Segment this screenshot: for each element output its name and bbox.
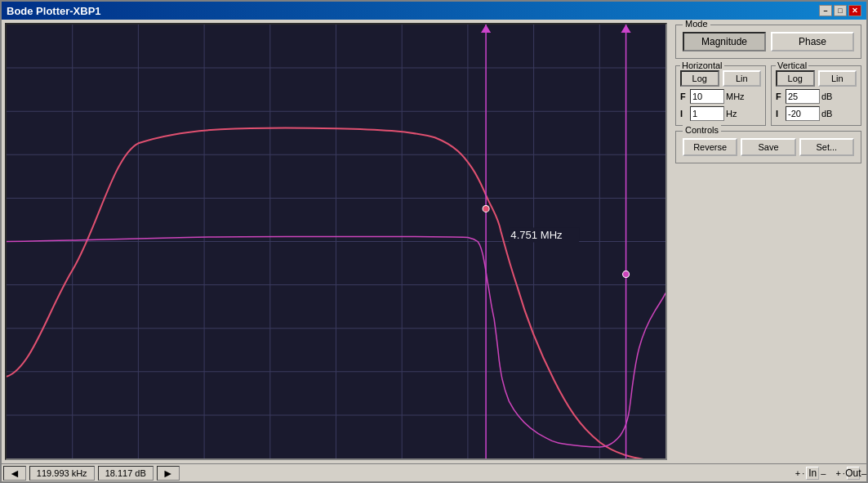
minimize-button[interactable]: – — [819, 5, 832, 16]
horiz-vert-container: Horizontal Log Lin F MHz I Hz — [675, 65, 861, 126]
horizontal-log-button[interactable]: Log — [680, 70, 719, 87]
window-title: Bode Plotter-XBP1 — [7, 5, 101, 17]
horizontal-label: Horizontal — [680, 60, 724, 70]
horizontal-log-lin: Log Lin — [680, 70, 761, 87]
title-bar: Bode Plotter-XBP1 – □ ✕ — [2, 2, 866, 20]
reverse-button[interactable]: Reverse — [683, 138, 737, 156]
zoom-controls: + · In – + · Out – — [795, 467, 866, 480]
horizontal-f-input[interactable] — [690, 89, 724, 104]
svg-point-24 — [623, 271, 630, 278]
horizontal-f-unit: MHz — [726, 92, 745, 101]
mode-group-label: Mode — [683, 20, 710, 29]
db-display: 18.117 dB — [98, 466, 154, 481]
vertical-lin-button[interactable]: Lin — [818, 70, 857, 87]
zoom-dot1: · — [802, 468, 804, 478]
close-button[interactable]: ✕ — [848, 5, 861, 16]
save-button[interactable]: Save — [741, 138, 795, 156]
vertical-label: Vertical — [776, 60, 808, 70]
zoom-out-button[interactable]: Out — [847, 467, 860, 480]
controls-group-label: Controls — [683, 125, 721, 135]
horizontal-f-label: F — [680, 92, 688, 101]
horizontal-group: Horizontal Log Lin F MHz I Hz — [675, 65, 766, 126]
vertical-i-row: I dB — [776, 106, 857, 121]
main-content: 4.751 MHz Mode Magnitude Phase Horizonta… — [2, 20, 866, 463]
controls-group: Controls Reverse Save Set... — [675, 131, 861, 163]
right-arrow-button[interactable]: ► — [157, 466, 180, 481]
vertical-i-input[interactable] — [786, 106, 820, 121]
zoom-plus1: + — [795, 468, 800, 478]
zoom-minus1: – — [821, 468, 826, 478]
horizontal-i-row: I Hz — [680, 106, 761, 121]
maximize-button[interactable]: □ — [834, 5, 847, 16]
horizontal-i-input[interactable] — [690, 106, 724, 121]
freq-display: 119.993 kHz — [29, 466, 95, 481]
left-arrow-button[interactable]: ◄ — [3, 466, 26, 481]
mode-group: Mode Magnitude Phase — [675, 25, 861, 59]
phase-button[interactable]: Phase — [771, 32, 854, 51]
zoom-minus2: – — [861, 468, 866, 478]
horizontal-i-unit: Hz — [726, 109, 737, 119]
vertical-f-label: F — [776, 92, 784, 101]
main-window: Bode Plotter-XBP1 – □ ✕ — [0, 0, 868, 483]
set-button[interactable]: Set... — [799, 138, 854, 156]
vertical-i-label: I — [776, 109, 784, 119]
controls-buttons: Reverse Save Set... — [683, 138, 854, 156]
vertical-log-lin: Log Lin — [776, 70, 857, 87]
vertical-f-input[interactable] — [786, 89, 820, 104]
svg-text:4.751 MHz: 4.751 MHz — [510, 230, 563, 242]
vertical-i-unit: dB — [821, 109, 832, 119]
vertical-log-button[interactable]: Log — [776, 70, 815, 87]
bode-plot-svg: 4.751 MHz — [7, 25, 665, 458]
zoom-in-button[interactable]: In — [806, 467, 819, 480]
svg-point-23 — [483, 205, 489, 212]
magnitude-button[interactable]: Magnitude — [683, 32, 766, 51]
vertical-f-unit: dB — [821, 92, 832, 101]
mode-buttons: Magnitude Phase — [683, 32, 854, 51]
horizontal-f-row: F MHz — [680, 89, 761, 104]
plot-area[interactable]: 4.751 MHz — [5, 23, 667, 460]
title-bar-buttons: – □ ✕ — [819, 5, 861, 16]
vertical-f-row: F dB — [776, 89, 857, 104]
zoom-plus2: + — [835, 468, 840, 478]
sidebar: Mode Magnitude Phase Horizontal Log Lin … — [670, 20, 866, 463]
horizontal-i-label: I — [680, 109, 688, 119]
horizontal-lin-button[interactable]: Lin — [723, 70, 762, 87]
vertical-group: Vertical Log Lin F dB I dB — [771, 65, 861, 126]
status-bar: ◄ 119.993 kHz 18.117 dB ► + · In – + · O… — [2, 463, 866, 481]
